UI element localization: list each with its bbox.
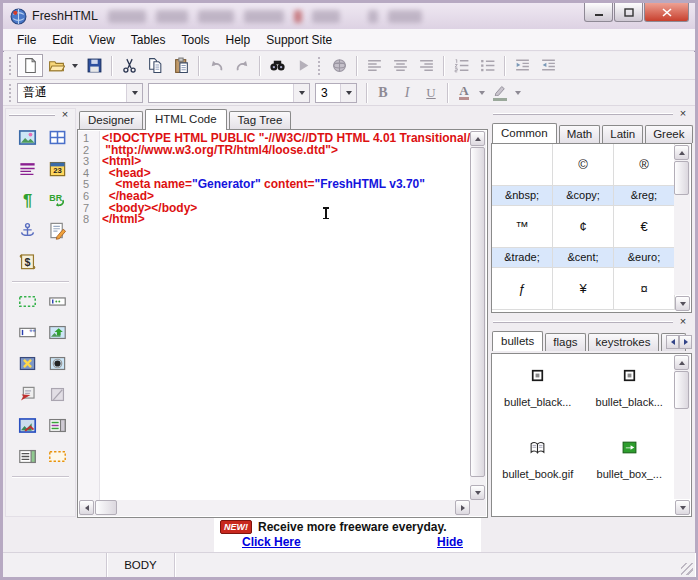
scroll-up-button[interactable] bbox=[470, 131, 485, 146]
symbol-cell[interactable] bbox=[492, 144, 553, 185]
font-color-button[interactable]: A bbox=[459, 85, 468, 100]
insert-dropdown-button[interactable] bbox=[45, 413, 69, 438]
edit-page-button[interactable] bbox=[45, 218, 69, 243]
insert-form-button[interactable] bbox=[15, 289, 39, 314]
underline-button[interactable]: U bbox=[419, 82, 443, 104]
tab-scroll-left-button[interactable] bbox=[666, 335, 679, 349]
chevron-down-icon[interactable] bbox=[293, 84, 309, 102]
symbol-cell[interactable]: ¤ bbox=[614, 268, 675, 309]
panel-grip[interactable] bbox=[9, 114, 55, 116]
tab-tag-tree[interactable]: Tag Tree bbox=[229, 111, 292, 129]
insert-table-button[interactable] bbox=[45, 125, 69, 150]
tab-scroll-right-button[interactable] bbox=[679, 335, 692, 349]
vertical-scrollbar[interactable] bbox=[470, 131, 486, 500]
tab-html-code[interactable]: HTML Code bbox=[145, 109, 227, 130]
tab-math[interactable]: Math bbox=[559, 125, 601, 143]
symbol-cell[interactable]: ® bbox=[614, 144, 675, 185]
menu-edit[interactable]: Edit bbox=[44, 30, 81, 50]
entity-cell[interactable]: &copy; bbox=[553, 186, 614, 205]
entity-cell[interactable]: &euro; bbox=[614, 248, 675, 267]
gallery-item[interactable]: bullet_black... bbox=[492, 362, 584, 434]
scroll-right-button[interactable] bbox=[455, 500, 470, 515]
insert-date-button[interactable]: 23 bbox=[45, 156, 69, 181]
insert-submit-button[interactable] bbox=[15, 382, 39, 407]
insert-text-field-button[interactable] bbox=[45, 289, 69, 314]
scroll-left-button[interactable] bbox=[79, 500, 94, 515]
toolbar-grip[interactable] bbox=[9, 57, 12, 75]
insert-reset-button[interactable] bbox=[15, 351, 39, 376]
insert-paragraph-button[interactable]: ¶ bbox=[15, 187, 39, 212]
entity-cell[interactable]: &reg; bbox=[614, 186, 675, 205]
insert-list-box-button[interactable] bbox=[15, 444, 39, 469]
close-button[interactable] bbox=[644, 3, 689, 22]
close-icon[interactable]: × bbox=[676, 315, 690, 328]
insert-hr-button[interactable] bbox=[15, 156, 39, 181]
scroll-up-button[interactable] bbox=[674, 145, 689, 160]
close-icon[interactable]: × bbox=[676, 107, 690, 120]
open-file-button[interactable] bbox=[43, 54, 69, 77]
entity-cell[interactable]: &nbsp; bbox=[492, 186, 553, 205]
scrollbar-thumb[interactable] bbox=[95, 500, 117, 515]
chevron-down-icon[interactable] bbox=[340, 84, 356, 102]
panel-grip[interactable] bbox=[493, 321, 673, 323]
menu-file[interactable]: File bbox=[9, 30, 44, 50]
font-color-dropdown-arrow[interactable] bbox=[476, 82, 488, 104]
open-file-dropdown-arrow[interactable] bbox=[69, 55, 81, 77]
entity-cell[interactable]: &trade; bbox=[492, 248, 553, 267]
symbol-cell[interactable]: ƒ bbox=[492, 268, 553, 309]
menu-help[interactable]: Help bbox=[218, 30, 259, 50]
gallery-item[interactable]: bullet_box_... bbox=[584, 434, 676, 506]
tab-flags[interactable]: flags bbox=[545, 333, 585, 351]
panel-grip[interactable] bbox=[493, 113, 673, 115]
code-text[interactable]: <!DOCTYPE HTML PUBLIC "-//W3C//DTD HTML … bbox=[102, 131, 470, 500]
maximize-button[interactable] bbox=[614, 3, 643, 22]
copy-button[interactable] bbox=[142, 54, 168, 77]
tab-keystrokes[interactable]: keystrokes bbox=[588, 333, 659, 351]
insert-image-button-control[interactable] bbox=[45, 320, 69, 345]
scroll-down-button[interactable] bbox=[470, 485, 485, 500]
menu-tables[interactable]: Tables bbox=[123, 30, 174, 50]
tab-bullets[interactable]: bullets bbox=[492, 331, 543, 351]
menu-tools[interactable]: Tools bbox=[174, 30, 218, 50]
scrollbar-thumb[interactable] bbox=[674, 161, 689, 195]
new-document-button[interactable] bbox=[17, 54, 43, 77]
insert-image-button[interactable] bbox=[15, 125, 39, 150]
insert-text-area-button[interactable]: ** bbox=[15, 320, 39, 345]
hide-banner-link[interactable]: Hide bbox=[437, 535, 463, 549]
scroll-up-button[interactable] bbox=[674, 355, 689, 370]
entity-cell[interactable]: &cent; bbox=[553, 248, 614, 267]
click-here-link[interactable]: Click Here bbox=[242, 535, 301, 549]
cut-button[interactable] bbox=[116, 54, 142, 77]
horizontal-scrollbar[interactable] bbox=[79, 500, 470, 516]
insert-anchor-button[interactable] bbox=[15, 218, 39, 243]
tab-greek[interactable]: Greek bbox=[645, 125, 692, 143]
scroll-down-button[interactable] bbox=[675, 296, 690, 311]
menu-support-site[interactable]: Support Site bbox=[258, 30, 340, 50]
bold-button[interactable]: B bbox=[371, 82, 395, 104]
scrollbar-thumb[interactable] bbox=[470, 147, 485, 477]
symbol-cell[interactable]: ¥ bbox=[553, 268, 614, 309]
symbol-cell[interactable]: ™ bbox=[492, 206, 553, 247]
insert-picture-button[interactable] bbox=[15, 413, 39, 438]
symbol-cell[interactable]: € bbox=[614, 206, 675, 247]
gallery-item[interactable]: bullet_book.gif bbox=[492, 434, 584, 506]
title-bar[interactable]: FreshHTML bbox=[3, 3, 695, 29]
menu-view[interactable]: View bbox=[81, 30, 123, 50]
save-button[interactable] bbox=[81, 54, 107, 77]
html-code-view[interactable]: 12345678 <!DOCTYPE HTML PUBLIC "-//W3C//… bbox=[77, 129, 488, 518]
tab-latin[interactable]: Latin bbox=[602, 125, 643, 143]
style-combobox[interactable]: 普通 bbox=[17, 83, 143, 103]
resize-grip[interactable] bbox=[681, 563, 693, 575]
toolbar-grip[interactable] bbox=[318, 57, 321, 75]
font-combobox[interactable] bbox=[148, 83, 310, 103]
scrollbar-thumb[interactable] bbox=[674, 371, 689, 409]
scroll-down-button[interactable] bbox=[675, 500, 690, 515]
insert-script-button[interactable]: $ bbox=[15, 249, 39, 274]
symbol-cell[interactable]: ¢ bbox=[553, 206, 614, 247]
status-body-selector[interactable]: BODY bbox=[107, 553, 175, 577]
symbol-cell[interactable]: © bbox=[553, 144, 614, 185]
find-button[interactable] bbox=[264, 54, 290, 77]
highlight-color-dropdown-arrow[interactable] bbox=[512, 82, 524, 104]
tab-common[interactable]: Common bbox=[492, 123, 557, 143]
toolbar-grip[interactable] bbox=[9, 84, 12, 102]
